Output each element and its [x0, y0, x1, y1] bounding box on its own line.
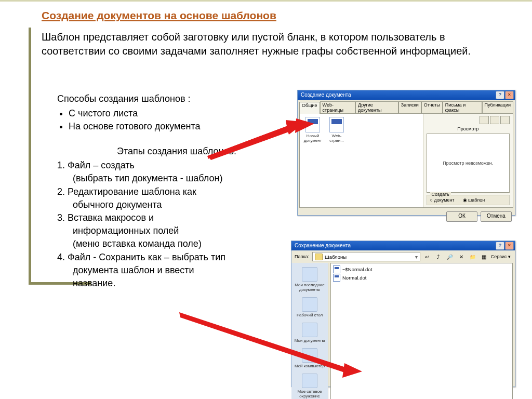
step-4-sub2: название. [57, 277, 296, 290]
preview-text: Просмотр невозможен. [443, 161, 493, 166]
radio-template-label: шаблон [468, 197, 485, 203]
step-3: 3. Вставка макросов и [57, 211, 296, 224]
intro-paragraph: Шаблон представляет собой заготовку или … [42, 30, 499, 58]
create-legend: Создать [430, 192, 451, 197]
view-list-icon[interactable] [490, 116, 499, 124]
cancel-button[interactable]: Отмена [481, 211, 512, 222]
preview-pane: Просмотр невозможен. [427, 134, 510, 193]
help-icon[interactable]: ? [496, 242, 504, 250]
svg-marker-6 [295, 118, 314, 133]
tab-memos[interactable]: Записки [398, 101, 421, 113]
place-network[interactable]: Мое сетевое окружение [291, 371, 328, 399]
file-item[interactable]: Normal.dot [333, 274, 510, 282]
decor-vbar [29, 28, 31, 282]
network-icon [302, 374, 317, 388]
template-file-icon [333, 265, 340, 273]
step-2-sub: обычного документа [57, 198, 296, 211]
preview-label: Просмотр [427, 126, 510, 131]
tab-pubs[interactable]: Публикации [482, 101, 513, 113]
close-icon[interactable]: × [505, 91, 514, 99]
dialog-tabs: Общие Web-страницы Другие документы Запи… [299, 101, 513, 113]
slide-title: Создание документов на основе шаблонов [42, 9, 276, 22]
methods-head: Способы создания шаблонов : [57, 92, 281, 105]
template-item[interactable]: Web-стран... [327, 117, 347, 143]
step-2: 2. Редактирование шаблона как [57, 185, 296, 198]
view-large-icon[interactable] [480, 116, 489, 124]
folder-icon [315, 254, 323, 260]
template-list: Новый документ Web-стран... [300, 114, 423, 207]
tab-letters[interactable]: Письма и факсы [443, 101, 482, 113]
svg-marker-7 [179, 312, 345, 373]
view-detail-icon[interactable] [500, 116, 510, 124]
step-4: 4. Файл - Сохранить как – выбрать тип [57, 251, 296, 264]
svg-marker-5 [208, 123, 297, 160]
dialog-title: Сохранение документа [295, 243, 351, 248]
file-name: Normal.dot [342, 275, 366, 281]
place-label: Мое сетевое окружение [292, 389, 327, 398]
radio-document[interactable]: ○ документ [430, 197, 455, 203]
place-recent[interactable]: Мои последние документы [291, 265, 328, 295]
up-icon[interactable]: ⤴ [434, 252, 443, 261]
steps-block: Этапы создания шаблонов: 1. Файл – созда… [57, 145, 296, 290]
new-folder-icon[interactable]: 📁 [468, 252, 477, 261]
views-icon[interactable]: ▦ [480, 252, 489, 261]
close-icon[interactable]: × [505, 242, 514, 250]
methods-item: С чистого листа [69, 107, 281, 119]
desktop-icon [302, 297, 317, 312]
create-group: Создать ○ документ ◉ шаблон [427, 195, 510, 205]
dialog-titlebar[interactable]: Создание документа ? × [298, 90, 515, 100]
new-document-dialog: Создание документа ? × Общие Web-страниц… [297, 90, 515, 216]
tools-menu[interactable]: Сервис ▾ [491, 254, 511, 259]
template-file-icon [333, 274, 340, 282]
word-doc-icon [329, 117, 344, 132]
tab-web[interactable]: Web-страницы [320, 101, 355, 113]
step-1-sub: (выбрать тип документа - шаблон) [57, 172, 296, 185]
radio-template[interactable]: ◉ шаблон [463, 197, 485, 203]
search-icon[interactable]: 🔎 [445, 252, 455, 261]
file-item[interactable]: ~$Normal.dot [333, 265, 510, 273]
arrow-to-save-dialog [179, 312, 366, 375]
back-icon[interactable]: ↩ [422, 252, 432, 261]
place-label: Мои последние документы [292, 283, 327, 292]
dialog-titlebar[interactable]: Сохранение документа ? × [291, 241, 515, 250]
tab-reports[interactable]: Отчеты [421, 101, 443, 113]
step-3-sub: информационных полей [57, 224, 296, 237]
arrow-to-new-dialog [208, 118, 317, 160]
template-label: Web-стран... [327, 134, 347, 143]
help-icon[interactable]: ? [496, 91, 504, 99]
file-name: ~$Normal.dot [342, 267, 372, 272]
ok-button[interactable]: ОК [446, 211, 477, 222]
delete-icon[interactable]: ✕ [457, 252, 466, 261]
folder-label: Папка: [295, 254, 309, 259]
folder-dropdown[interactable]: Шаблоны ▾ [312, 252, 420, 261]
step-3-sub2: (меню вставка команда поле) [57, 237, 296, 250]
tab-other[interactable]: Другие документы [355, 101, 398, 113]
tab-general[interactable]: Общие [299, 102, 320, 114]
step-4-sub: документа шаблон и ввести [57, 264, 296, 277]
folder-value: Шаблоны [325, 254, 347, 260]
dialog-title: Создание документа [301, 92, 351, 98]
recent-icon [302, 267, 317, 282]
radio-document-label: документ [434, 197, 455, 203]
